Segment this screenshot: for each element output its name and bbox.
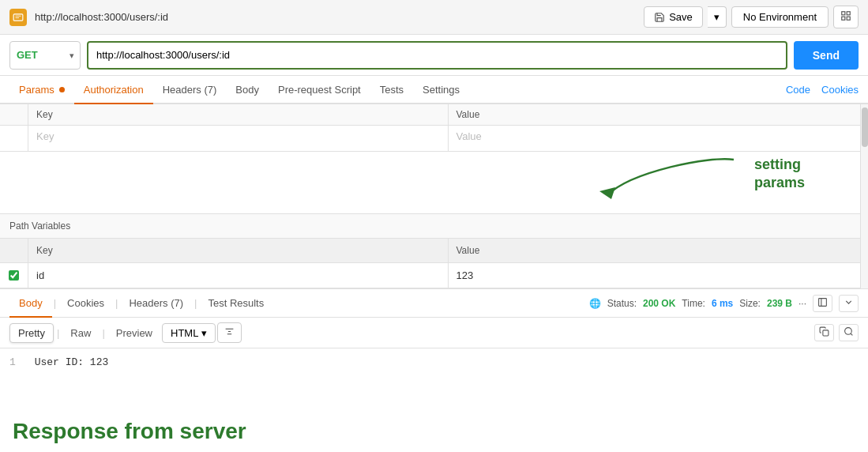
svg-rect-0: [13, 13, 23, 20]
code-text: User ID: 123: [35, 356, 109, 368]
preview-button[interactable]: Preview: [108, 324, 160, 342]
save-button[interactable]: Save: [644, 6, 703, 28]
fmt-divider-2: |: [100, 327, 106, 339]
format-bar-right: [814, 324, 859, 341]
response-tab-test-results[interactable]: Test Results: [198, 289, 273, 318]
path-row-checkbox-input[interactable]: [9, 270, 19, 281]
response-tab-cookies[interactable]: Cookies: [58, 289, 114, 318]
path-row-checkbox: [0, 263, 28, 288]
value-col-header: Value: [449, 104, 869, 125]
annotation-arrow: [568, 148, 742, 211]
params-dot: [59, 87, 65, 92]
pretty-button[interactable]: Pretty: [9, 323, 54, 343]
tab-params[interactable]: Params: [9, 75, 74, 104]
more-options-button[interactable]: ···: [798, 298, 806, 309]
big-annotation: Response from server: [0, 411, 868, 452]
line-number: 1: [9, 356, 16, 368]
scrollbar-track[interactable]: [860, 104, 868, 288]
tabs-right-links: Code Cookies: [786, 84, 859, 96]
svg-rect-8: [819, 298, 827, 306]
send-button[interactable]: Send: [794, 41, 859, 70]
tab-divider-2: |: [115, 289, 118, 318]
big-annotation-text: Response from server: [13, 419, 246, 443]
svg-rect-5: [842, 17, 845, 20]
path-value-header: Value: [449, 239, 869, 262]
url-input-wrapper: [87, 41, 787, 70]
tab-tests[interactable]: Tests: [370, 76, 413, 104]
grid-icon-button[interactable]: [833, 6, 859, 28]
maximize-button[interactable]: [813, 295, 832, 312]
code-link[interactable]: Code: [786, 84, 810, 96]
svg-rect-6: [847, 17, 850, 20]
scrollbar-thumb: [862, 107, 868, 147]
tab-settings[interactable]: Settings: [413, 76, 469, 104]
tab-prerequest[interactable]: Pre-request Script: [269, 76, 370, 104]
method-wrapper: GET POST PUT DELETE PATCH: [9, 41, 81, 70]
annotation-area: setting params: [0, 152, 868, 213]
tab-divider-1: |: [54, 289, 56, 318]
tab-authorization[interactable]: Authorization: [74, 76, 153, 104]
svg-rect-13: [823, 330, 829, 336]
svg-point-14: [845, 328, 852, 335]
response-tab-body[interactable]: Body: [9, 289, 52, 318]
main-content: Key Value Key Value setting params Path …: [0, 104, 868, 452]
path-value-cell[interactable]: 123: [449, 263, 869, 288]
path-table-header: Key Value: [0, 239, 868, 263]
search-button[interactable]: [839, 324, 859, 341]
top-bar: http://localhost:3000/users/:id Save ▾ N…: [0, 0, 868, 35]
cookies-link[interactable]: Cookies: [821, 84, 859, 96]
svg-rect-3: [842, 12, 845, 15]
collapse-button[interactable]: [839, 295, 859, 312]
raw-button[interactable]: Raw: [62, 324, 99, 342]
environment-selector[interactable]: No Environment: [731, 6, 829, 28]
tab-headers[interactable]: Headers (7): [153, 76, 227, 104]
path-variable-row: id 123: [0, 263, 868, 288]
top-bar-actions: Save ▾ No Environment: [644, 6, 859, 28]
key-col-header: Key: [28, 104, 449, 125]
response-tabs-bar: Body | Cookies | Headers (7) | Test Resu…: [0, 289, 868, 318]
svg-rect-4: [847, 12, 850, 15]
request-tabs-bar: Params Authorization Headers (7) Body Pr…: [0, 76, 868, 104]
filter-button[interactable]: [217, 322, 242, 343]
checkbox-col-header: [0, 104, 28, 125]
key-cell-empty[interactable]: Key: [28, 126, 449, 151]
postman-icon: [9, 9, 27, 26]
path-variables-label: Path Variables: [0, 213, 868, 239]
response-status-area: 🌐 Status: 200 OK Time: 6 ms Size: 239 B …: [589, 295, 859, 312]
method-select[interactable]: GET POST PUT DELETE PATCH: [9, 41, 81, 70]
svg-line-15: [851, 333, 852, 335]
copy-button[interactable]: [814, 324, 834, 341]
request-bar: GET POST PUT DELETE PATCH Send: [0, 35, 868, 76]
response-section: Body | Cookies | Headers (7) | Test Resu…: [0, 288, 868, 452]
code-output-area: 1 User ID: 123: [0, 348, 868, 411]
globe-icon: 🌐: [589, 298, 601, 309]
path-checkbox-header: [0, 239, 28, 262]
annotation-text: setting params: [754, 156, 805, 193]
fmt-divider-1: |: [55, 327, 61, 339]
svg-marker-7: [599, 187, 615, 199]
response-tab-headers[interactable]: Headers (7): [119, 289, 193, 318]
html-format-select[interactable]: HTML ▾: [162, 323, 216, 343]
path-key-header: Key: [28, 239, 449, 262]
params-table-header: Key Value: [0, 104, 868, 126]
row-checkbox: [0, 126, 28, 151]
tab-divider-3: |: [194, 289, 197, 318]
path-key-cell[interactable]: id: [28, 263, 449, 288]
tab-body[interactable]: Body: [226, 76, 269, 104]
top-bar-url: http://localhost:3000/users/:id: [35, 11, 636, 23]
url-input[interactable]: [87, 41, 787, 70]
save-dropdown-button[interactable]: ▾: [708, 6, 727, 28]
format-bar: Pretty | Raw | Preview HTML ▾: [0, 318, 868, 348]
